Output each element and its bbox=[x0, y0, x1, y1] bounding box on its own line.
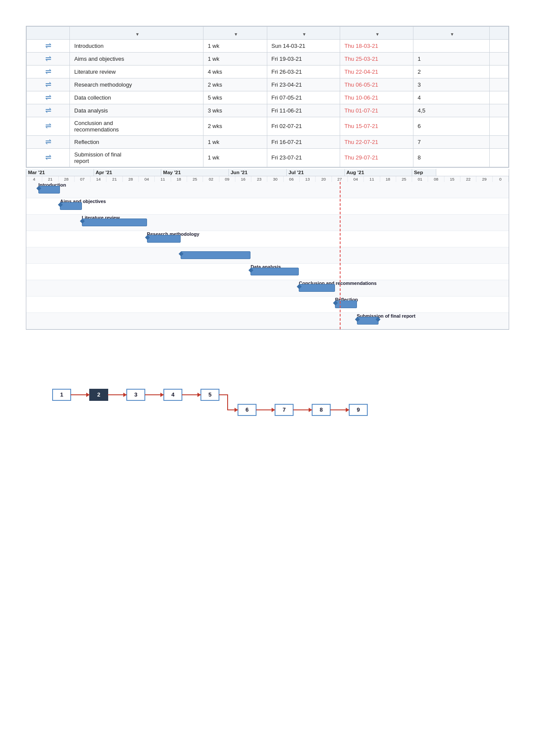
gantt-day-cell: 14 bbox=[91, 176, 106, 182]
task-mode-cell: ⇌ bbox=[27, 65, 70, 78]
task-name-cell: Conclusion andrecommendations bbox=[70, 117, 203, 135]
task-finish-cell: Thu 22-07-21 bbox=[340, 135, 413, 148]
task-mode-icon: ⇌ bbox=[45, 42, 51, 50]
svg-rect-8 bbox=[201, 389, 219, 400]
gantt-day-cell: 18 bbox=[171, 176, 187, 182]
gantt-chart-container: Mar '21Apr '21May '21Jun '21Jul '21Aug '… bbox=[26, 169, 509, 330]
gantt-day-cell: 04 bbox=[139, 176, 155, 182]
svg-text:4: 4 bbox=[171, 391, 175, 398]
th-finish: ▼ bbox=[340, 27, 413, 40]
task-start-cell: Fri 23-04-21 bbox=[267, 78, 340, 91]
network-box-n8: 8 bbox=[312, 404, 330, 415]
task-duration-cell: 1 wk bbox=[203, 135, 267, 148]
task-mode-cell: ⇌ bbox=[27, 148, 70, 167]
gantt-month-cell: Sep bbox=[412, 169, 436, 176]
svg-rect-2 bbox=[90, 389, 108, 400]
table-row: ⇌Literature review4 wksFri 26-03-21Thu 2… bbox=[27, 65, 509, 78]
task-duration-cell: 1 wk bbox=[203, 52, 267, 65]
task-mode-cell: ⇌ bbox=[27, 52, 70, 65]
gantt-day-cell: 20 bbox=[316, 176, 332, 182]
gantt-task-row: Reflection bbox=[26, 297, 509, 313]
bar-start-indicator bbox=[145, 235, 150, 240]
gantt-day-cell: 25 bbox=[396, 176, 412, 182]
svg-rect-12 bbox=[275, 404, 293, 415]
gantt-day-cell: 04 bbox=[348, 176, 364, 182]
task-start-cell: Fri 16-07-21 bbox=[267, 135, 340, 148]
gantt-month-cell: Jul '21 bbox=[287, 169, 344, 176]
task-extra-cell bbox=[489, 117, 508, 135]
task-table: ▼ ▼ ▼ bbox=[26, 26, 509, 167]
task-start-cell: Fri 26-03-21 bbox=[267, 65, 340, 78]
task-extra-cell bbox=[489, 52, 508, 65]
task-duration-cell: 2 wks bbox=[203, 117, 267, 135]
task-pred-cell: 8 bbox=[413, 148, 489, 167]
task-name-cell: Literature review bbox=[70, 65, 203, 78]
svg-text:1: 1 bbox=[60, 391, 63, 398]
network-diagram: 123456789 bbox=[26, 343, 509, 429]
arrow-head bbox=[160, 393, 164, 397]
network-box-n3: 3 bbox=[127, 389, 145, 400]
gantt-month-cell: Mar '21 bbox=[26, 169, 94, 176]
gantt-month-row: Mar '21Apr '21May '21Jun '21Jul '21Aug '… bbox=[26, 169, 509, 176]
gantt-bar bbox=[147, 235, 181, 243]
task-duration-cell: 1 wk bbox=[203, 39, 267, 52]
task-mode-icon: ⇌ bbox=[45, 154, 51, 161]
svg-rect-14 bbox=[312, 404, 330, 415]
start-filter-icon[interactable]: ▼ bbox=[302, 32, 307, 37]
table-row: ⇌Data collection5 wksFri 07-05-21Thu 10-… bbox=[27, 91, 509, 104]
task-mode-icon: ⇌ bbox=[45, 94, 51, 101]
gantt-day-cell: 02 bbox=[203, 176, 219, 182]
th-task-name: ▼ bbox=[70, 27, 203, 40]
gantt-day-row: 4212807142128041118250209162330061320270… bbox=[26, 176, 509, 182]
gantt-day-cell: 27 bbox=[332, 176, 348, 182]
arrow-head bbox=[272, 408, 275, 412]
task-name-cell: Reflection bbox=[70, 135, 203, 148]
task-finish-cell: Thu 06-05-21 bbox=[340, 78, 413, 91]
gantt-day-cell: 23 bbox=[251, 176, 267, 182]
task-pred-cell: 3 bbox=[413, 78, 489, 91]
task-extra-cell bbox=[489, 135, 508, 148]
task-mode-icon: ⇌ bbox=[45, 55, 51, 62]
network-box-n4: 4 bbox=[164, 389, 182, 400]
gantt-bar bbox=[38, 186, 60, 194]
bar-start-indicator bbox=[249, 268, 253, 272]
svg-rect-4 bbox=[127, 389, 145, 400]
task-extra-cell bbox=[489, 148, 508, 167]
gantt-day-cell: 06 bbox=[284, 176, 300, 182]
gantt-day-cell: 18 bbox=[380, 176, 396, 182]
network-box-n1: 1 bbox=[53, 389, 71, 400]
task-duration-cell: 2 wks bbox=[203, 78, 267, 91]
task-start-cell: Fri 19-03-21 bbox=[267, 52, 340, 65]
svg-text:7: 7 bbox=[282, 406, 285, 413]
table-row: ⇌Reflection1 wkFri 16-07-21Thu 22-07-217 bbox=[27, 135, 509, 148]
gantt-task-row: Literature review bbox=[26, 215, 509, 231]
task-pred-cell: 4 bbox=[413, 91, 489, 104]
svg-text:8: 8 bbox=[319, 406, 322, 413]
task-mode-cell: ⇌ bbox=[27, 117, 70, 135]
task-duration-cell: 5 wks bbox=[203, 91, 267, 104]
task-mode-icon: ⇌ bbox=[45, 138, 51, 146]
duration-filter-icon[interactable]: ▼ bbox=[234, 32, 238, 37]
task-pred-cell: 7 bbox=[413, 135, 489, 148]
svg-text:3: 3 bbox=[134, 391, 137, 398]
th-extra bbox=[489, 27, 508, 40]
gantt-day-cell: 21 bbox=[42, 176, 58, 182]
task-mode-cell: ⇌ bbox=[27, 135, 70, 148]
svg-rect-16 bbox=[349, 404, 367, 415]
gantt-day-cell: 29 bbox=[476, 176, 492, 182]
pred-filter-icon[interactable]: ▼ bbox=[450, 32, 454, 37]
finish-filter-icon[interactable]: ▼ bbox=[375, 32, 379, 37]
task-mode-icon: ⇌ bbox=[45, 107, 51, 114]
gantt-bar bbox=[357, 317, 379, 325]
task-name-filter-icon[interactable]: ▼ bbox=[135, 32, 140, 37]
gantt-bar bbox=[82, 219, 147, 226]
gantt-day-cell: 15 bbox=[444, 176, 460, 182]
gantt-day-cell: 11 bbox=[364, 176, 380, 182]
task-extra-cell bbox=[489, 39, 508, 52]
task-duration-cell: 4 wks bbox=[203, 65, 267, 78]
gantt-day-cell: 4 bbox=[26, 176, 42, 182]
bar-start-indicator bbox=[355, 317, 360, 322]
task-extra-cell bbox=[489, 65, 508, 78]
gantt-day-cell: 07 bbox=[75, 176, 91, 182]
gantt-task-row: Conclusion and recommendations bbox=[26, 280, 509, 297]
